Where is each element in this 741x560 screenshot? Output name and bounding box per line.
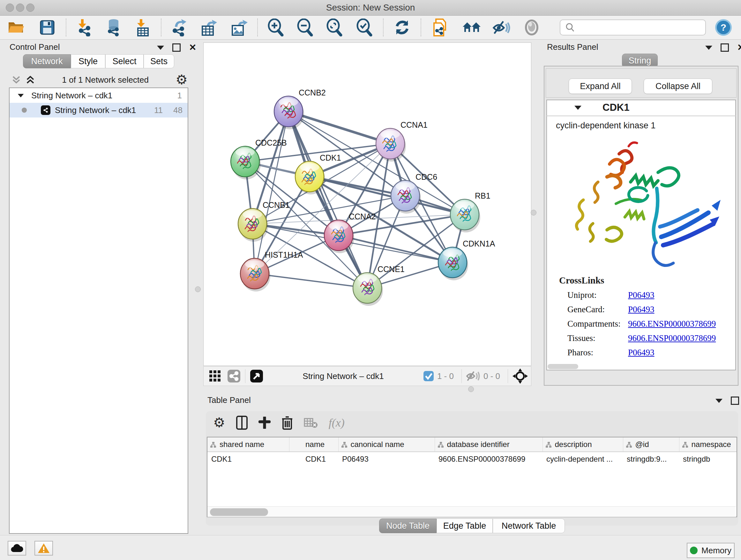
network-node-RB1[interactable]: RB1: [450, 191, 490, 233]
table-panel-menu-icon[interactable]: [716, 399, 723, 403]
table-cell[interactable]: 9606.ENSP00000378699: [434, 452, 542, 466]
network-node-CDC6[interactable]: CDC6: [391, 172, 437, 213]
tab-select[interactable]: Select: [105, 54, 144, 68]
entry-collapse-icon[interactable]: [575, 106, 582, 110]
tab-node-table[interactable]: Node Table: [379, 518, 436, 533]
control-panel-close-icon[interactable]: ✕: [189, 44, 196, 51]
export-image-button[interactable]: [223, 17, 254, 38]
tree-row-collection[interactable]: String Network – cdk11: [10, 88, 188, 103]
open-in-window-icon[interactable]: [250, 369, 263, 383]
left-splitter-handle[interactable]: [195, 287, 201, 292]
table-cell[interactable]: CDK1: [289, 452, 338, 466]
table-cell[interactable]: CDK1: [207, 452, 289, 466]
network-options-gear-icon[interactable]: ⚙: [176, 73, 188, 86]
hide-selected-button[interactable]: [487, 17, 516, 38]
crosslink-value-link[interactable]: P06493: [628, 305, 655, 314]
column-header-shared-name[interactable]: shared name: [207, 437, 289, 452]
table-cell[interactable]: P06493: [338, 452, 434, 466]
network-node-CCNA1[interactable]: CCNA1: [376, 120, 428, 162]
help-button[interactable]: ?: [706, 17, 741, 38]
show-columns-icon[interactable]: [236, 416, 248, 430]
crosslink-value-link[interactable]: 9606.ENSP00000378699: [628, 319, 716, 329]
save-session-button[interactable]: [32, 17, 63, 38]
network-node-CCNB2[interactable]: CCNB2: [274, 88, 326, 129]
table-cell[interactable]: cyclin-dependent ...: [542, 452, 623, 466]
warning-button[interactable]: [35, 541, 53, 556]
table-cell[interactable]: stringdb: [679, 452, 737, 466]
zoom-in-button[interactable]: [261, 17, 290, 38]
import-table-button[interactable]: [128, 17, 158, 38]
results-scrollbar[interactable]: [548, 364, 578, 369]
results-panel-float-icon[interactable]: [721, 44, 729, 52]
export-table-button[interactable]: [194, 17, 223, 38]
crosslink-value-link[interactable]: P06493: [628, 290, 655, 300]
import-database-button[interactable]: [99, 17, 128, 38]
collapse-all-button[interactable]: Collapse All: [644, 78, 712, 94]
zoom-out-button[interactable]: [290, 17, 320, 38]
network-node-CDKN1A[interactable]: CDKN1A: [438, 239, 495, 280]
zoom-fit-button[interactable]: [320, 17, 349, 38]
collapse-all-icon[interactable]: [11, 75, 21, 84]
netbar-separator: [245, 369, 246, 383]
open-session-button[interactable]: [0, 17, 32, 38]
home-view-button[interactable]: [456, 17, 487, 38]
clone-network-button[interactable]: [424, 17, 456, 38]
control-panel-float-icon[interactable]: [172, 44, 181, 52]
toggle-graphics-details-button[interactable]: [516, 17, 547, 38]
fit-content-crosshair-icon[interactable]: [513, 368, 528, 384]
memory-button[interactable]: Memory: [687, 543, 735, 558]
delete-column-icon[interactable]: [281, 416, 293, 430]
table-row[interactable]: CDK1CDK1P064939606.ENSP00000378699cyclin…: [207, 452, 737, 466]
crosslink-value-link[interactable]: P06493: [628, 348, 655, 358]
table-scrollbar[interactable]: [210, 508, 268, 516]
zoom-selected-button[interactable]: [349, 17, 380, 38]
bottom-splitter-handle[interactable]: [468, 386, 474, 392]
column-header-namespace[interactable]: namespace: [679, 437, 737, 452]
table-options-gear-icon[interactable]: ⚙: [213, 416, 225, 429]
right-splitter-handle[interactable]: [531, 210, 536, 215]
control-panel-menu-icon[interactable]: [157, 46, 164, 50]
column-header--id[interactable]: @id: [623, 437, 679, 452]
network-node-CCNB1[interactable]: CCNB1: [238, 200, 290, 242]
attribute-type-icon: [341, 442, 347, 448]
search-input[interactable]: [560, 19, 706, 36]
cloud-button[interactable]: [8, 541, 26, 556]
string-entry-header[interactable]: CDK1: [546, 100, 736, 116]
tab-network[interactable]: Network: [23, 54, 71, 68]
tree-expand-icon[interactable]: [18, 94, 24, 97]
tab-network-table[interactable]: Network Table: [493, 518, 565, 533]
expand-all-icon[interactable]: [25, 75, 35, 84]
table-panel-title: Table Panel: [207, 395, 251, 405]
add-column-icon[interactable]: [259, 417, 271, 429]
import-network-button[interactable]: [70, 17, 99, 38]
export-network-button[interactable]: [165, 17, 194, 38]
network-edge-CCNB2-CCNE1[interactable]: [288, 111, 367, 288]
birdseye-view-icon[interactable]: [227, 369, 241, 383]
results-panel-menu-icon[interactable]: [705, 46, 712, 50]
export-arrow-icon: [175, 19, 186, 27]
column-header-name[interactable]: name: [289, 437, 338, 452]
tab-sets[interactable]: Sets: [144, 54, 174, 68]
grid-view-icon[interactable]: [209, 370, 221, 382]
table-panel-float-icon[interactable]: [731, 396, 739, 405]
network-node-CDK1[interactable]: CDK1: [295, 153, 341, 194]
refresh-button[interactable]: [387, 17, 417, 38]
network-node-CCNE1[interactable]: CCNE1: [353, 265, 405, 306]
table-cell[interactable]: stringdb:9...: [623, 452, 679, 466]
column-header-database-identifier[interactable]: database identifier: [434, 437, 542, 452]
column-header-canonical-name[interactable]: canonical name: [338, 437, 434, 452]
table-scroll-track[interactable]: [207, 506, 736, 517]
tree-row-network[interactable]: String Network – cdk11148: [10, 103, 188, 118]
expand-all-button[interactable]: Expand All: [569, 78, 632, 94]
column-header-description[interactable]: description: [542, 437, 623, 452]
network-canvas[interactable]: CCNB2CCNA1CDC25BCDK1CDC6RB1CCNB1CCNA2CDK…: [203, 43, 531, 366]
network-node-HIST1H1A[interactable]: HIST1H1A: [240, 250, 303, 292]
tab-style[interactable]: Style: [71, 54, 105, 68]
network-edge-HIST1H1A-CCNE1[interactable]: [255, 273, 367, 288]
crosslink-value-link[interactable]: 9606.ENSP00000378699: [628, 333, 716, 343]
hidden-eye-icon[interactable]: [466, 370, 480, 382]
selected-checkbox-icon[interactable]: [423, 371, 434, 381]
tab-edge-table[interactable]: Edge Table: [436, 518, 493, 533]
results-panel-close-icon[interactable]: ✕: [737, 44, 741, 51]
zoom-in-icon: [267, 18, 285, 37]
